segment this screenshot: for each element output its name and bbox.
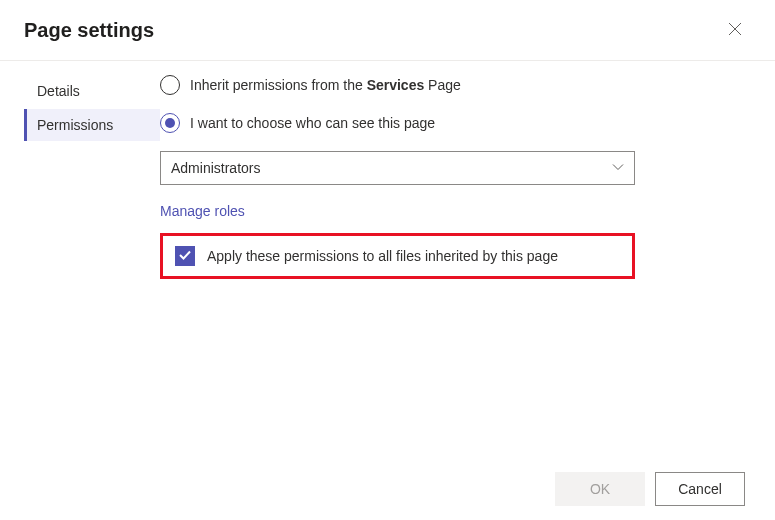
dialog-header: Page settings [0, 0, 775, 61]
sidebar-item-label: Permissions [37, 117, 113, 133]
chevron-down-icon [612, 160, 624, 176]
sidebar: Details Permissions [0, 75, 160, 520]
close-icon [728, 22, 742, 39]
radio-dot-icon [165, 118, 175, 128]
radio-choose-label: I want to choose who can see this page [190, 115, 435, 131]
apply-permissions-checkbox[interactable] [175, 246, 195, 266]
dialog-footer: OK Cancel [555, 472, 745, 506]
sidebar-item-details[interactable]: Details [24, 75, 160, 107]
close-button[interactable] [719, 14, 751, 46]
manage-roles-link[interactable]: Manage roles [160, 203, 245, 219]
apply-permissions-highlight: Apply these permissions to all files inh… [160, 233, 635, 279]
radio-inherit-bold: Services [367, 77, 425, 93]
page-settings-dialog: Page settings Details Permissions Inheri… [0, 0, 775, 520]
dropdown-value: Administrators [171, 160, 260, 176]
radio-icon [160, 75, 180, 95]
sidebar-item-label: Details [37, 83, 80, 99]
radio-inherit-label: Inherit permissions from the Services Pa… [190, 77, 461, 93]
radio-inherit-suffix: Page [424, 77, 461, 93]
sidebar-item-permissions[interactable]: Permissions [24, 109, 160, 141]
content-pane: Inherit permissions from the Services Pa… [160, 75, 775, 520]
radio-icon [160, 113, 180, 133]
dialog-title: Page settings [24, 19, 154, 42]
cancel-button[interactable]: Cancel [655, 472, 745, 506]
roles-dropdown[interactable]: Administrators [160, 151, 635, 185]
dialog-body: Details Permissions Inherit permissions … [0, 61, 775, 520]
ok-button[interactable]: OK [555, 472, 645, 506]
radio-inherit-prefix: Inherit permissions from the [190, 77, 367, 93]
checkmark-icon [178, 248, 192, 265]
radio-choose[interactable]: I want to choose who can see this page [160, 113, 735, 133]
apply-permissions-label: Apply these permissions to all files inh… [207, 248, 558, 264]
radio-inherit[interactable]: Inherit permissions from the Services Pa… [160, 75, 735, 95]
